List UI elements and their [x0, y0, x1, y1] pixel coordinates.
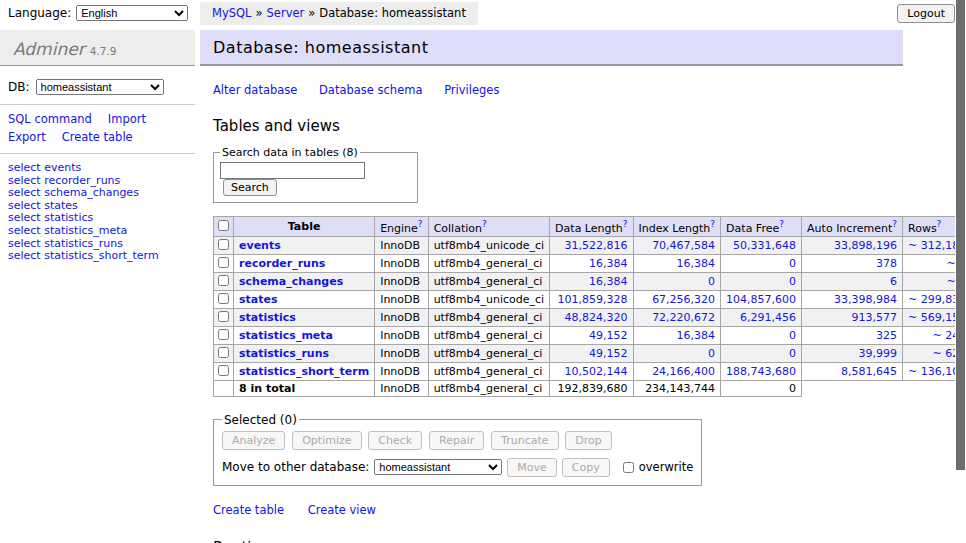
collation-cell: utf8mb4_unicode_ci: [428, 236, 549, 254]
search-input[interactable]: [220, 162, 365, 179]
data-length-cell: 31,522,816: [550, 236, 633, 254]
logout-button[interactable]: Logout: [897, 4, 955, 23]
column-header-collation: Collation?: [428, 217, 549, 237]
column-help: ?: [482, 218, 487, 229]
collation-cell: utf8mb4_unicode_ci: [428, 290, 549, 308]
sidebar-select-link[interactable]: select statistics_short_term: [8, 250, 187, 263]
import-link[interactable]: Import: [108, 112, 146, 126]
row-checkbox[interactable]: [218, 347, 229, 358]
auto-increment-cell: 39,999: [802, 344, 903, 362]
table-name-link[interactable]: states: [239, 293, 278, 306]
sidebar-select-link[interactable]: select schema_changes: [8, 187, 187, 200]
column-header-label: Engine: [380, 222, 418, 235]
index-length-cell: 0: [633, 272, 721, 290]
row-checkbox[interactable]: [218, 239, 229, 250]
row-checkbox[interactable]: [218, 311, 229, 322]
engine-cell: InnoDB: [375, 308, 428, 326]
column-header-label: Table: [288, 220, 321, 233]
index-length-cell: 72,220,672: [633, 308, 721, 326]
collation-cell: utf8mb4_general_ci: [428, 344, 549, 362]
data-free-cell: 0: [721, 344, 802, 362]
language-select[interactable]: English: [76, 5, 188, 21]
selected-fieldset: Selected (0) Analyze Optimize Check Repa…: [213, 413, 702, 486]
drop-button[interactable]: Drop: [565, 431, 611, 450]
scrollbar-thumb[interactable]: [956, 0, 965, 470]
table-name-link[interactable]: schema_changes: [239, 275, 343, 288]
select-all-checkbox[interactable]: [218, 220, 229, 231]
table-name-link[interactable]: statistics_meta: [239, 329, 333, 342]
privileges-link[interactable]: Privileges: [444, 83, 499, 97]
column-help-link[interactable]: ?: [892, 219, 897, 229]
column-header-table: Table: [234, 217, 375, 237]
data-free-cell: 0: [721, 272, 802, 290]
search-button[interactable]: Search: [223, 179, 277, 196]
app-name: Adminer: [13, 39, 85, 59]
optimize-button[interactable]: Optimize: [292, 431, 361, 450]
auto-increment-cell: 378: [802, 254, 903, 272]
table-name-link[interactable]: statistics: [239, 311, 296, 324]
column-help-link[interactable]: ?: [623, 219, 628, 229]
db-select[interactable]: homeassistant: [36, 79, 164, 95]
total-empty-cell: [214, 380, 234, 396]
create-view-link[interactable]: Create view: [308, 503, 376, 517]
db-label: DB:: [8, 80, 30, 94]
create-links: Create table Create view: [213, 503, 903, 517]
index-length-cell: 67,256,320: [633, 290, 721, 308]
move-button[interactable]: Move: [507, 458, 557, 477]
alter-database-link[interactable]: Alter database: [213, 83, 297, 97]
sidebar-select-link[interactable]: select events: [8, 162, 187, 175]
tables-header-row: TableEngine?Collation?Data Length?Index …: [214, 217, 966, 237]
row-checkbox[interactable]: [218, 257, 229, 268]
database-schema-link[interactable]: Database schema: [319, 83, 422, 97]
create-table-link-sidebar[interactable]: Create table: [62, 130, 133, 144]
sql-command-link[interactable]: SQL command: [8, 112, 92, 126]
sidebar-select-link[interactable]: select statistics_meta: [8, 225, 187, 238]
export-link[interactable]: Export: [8, 130, 46, 144]
engine-cell: InnoDB: [375, 272, 428, 290]
table-total-row: 8 in totalInnoDButf8mb4_general_ci192,83…: [214, 380, 966, 396]
sidebar-commands: SQL commandImport ExportCreate table: [0, 105, 195, 154]
column-help: ?: [418, 218, 423, 229]
search-fieldset: Search data in tables (8) Search: [213, 146, 418, 203]
row-checkbox[interactable]: [218, 293, 229, 304]
total-label-cell: 8 in total: [234, 380, 375, 396]
engine-cell: InnoDB: [375, 254, 428, 272]
column-help-link[interactable]: ?: [418, 219, 423, 229]
column-help-link[interactable]: ?: [710, 219, 715, 229]
table-name-link[interactable]: recorder_runs: [239, 257, 325, 270]
engine-cell: InnoDB: [375, 326, 428, 344]
create-table-link[interactable]: Create table: [213, 503, 284, 517]
row-checkbox[interactable]: [218, 275, 229, 286]
table-name-link[interactable]: statistics_runs: [239, 347, 329, 360]
engine-cell: InnoDB: [375, 236, 428, 254]
select-all-cell: [214, 217, 234, 237]
data-length-cell: 10,502,144: [550, 362, 633, 380]
table-name-cell: statistics_meta: [234, 326, 375, 344]
copy-button[interactable]: Copy: [562, 458, 610, 477]
overwrite-checkbox[interactable]: [623, 462, 634, 473]
column-header-label: Rows: [908, 222, 937, 235]
analyze-button[interactable]: Analyze: [222, 431, 285, 450]
column-help: ?: [937, 218, 942, 229]
row-checkbox[interactable]: [218, 365, 229, 376]
table-name-link[interactable]: events: [239, 239, 281, 252]
total-engine-cell: InnoDB: [375, 380, 428, 396]
data-length-cell: 49,152: [550, 326, 633, 344]
column-help: ?: [710, 218, 715, 229]
column-help-link[interactable]: ?: [779, 219, 784, 229]
column-help-link[interactable]: ?: [482, 219, 487, 229]
repair-button[interactable]: Repair: [429, 431, 484, 450]
engine-cell: InnoDB: [375, 344, 428, 362]
index-length-cell: 0: [633, 344, 721, 362]
row-select-cell: [214, 326, 234, 344]
overwrite-option[interactable]: overwrite: [619, 459, 694, 476]
column-help-link[interactable]: ?: [937, 219, 942, 229]
check-button[interactable]: Check: [368, 431, 422, 450]
column-help: ?: [779, 218, 784, 229]
move-database-select[interactable]: homeassistant: [374, 459, 502, 475]
total-collation-cell: utf8mb4_general_ci: [428, 380, 549, 396]
page-title: Database: homeassistant: [200, 30, 903, 66]
truncate-button[interactable]: Truncate: [491, 431, 558, 450]
table-name-link[interactable]: statistics_short_term: [239, 365, 369, 378]
row-checkbox[interactable]: [218, 329, 229, 340]
